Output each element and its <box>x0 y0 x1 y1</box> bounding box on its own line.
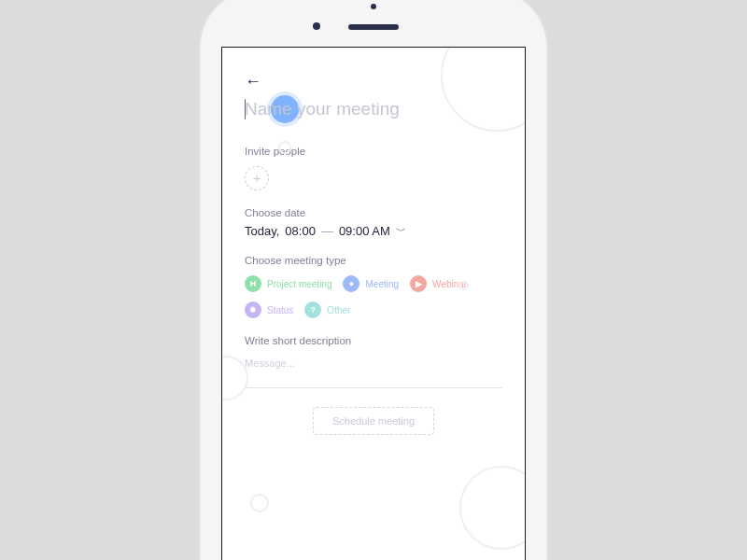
chip-icon: H <box>245 275 261 292</box>
chip-icon: ● <box>343 275 359 292</box>
type-chip-meeting[interactable]: ● Meeting <box>343 275 399 292</box>
date-start: 08:00 <box>285 224 316 238</box>
chip-label: Project meeting <box>267 279 331 289</box>
description-label: Write short description <box>245 335 502 346</box>
date-separator: — <box>321 224 333 238</box>
date-end: 09:00 AM <box>339 224 390 238</box>
type-chip-other[interactable]: ? Other <box>304 301 350 318</box>
sensor-icon <box>313 22 320 30</box>
chevron-down-icon: ﹀ <box>396 224 406 238</box>
chip-label: Status <box>267 305 293 315</box>
add-person-button[interactable]: + <box>245 166 269 190</box>
decoration-circle-icon <box>459 466 526 550</box>
text-caret-icon <box>245 99 246 119</box>
back-arrow-icon[interactable]: ← <box>245 72 261 91</box>
meeting-name-field[interactable] <box>245 97 502 129</box>
date-label: Choose date <box>245 207 502 218</box>
meeting-name-input[interactable] <box>245 97 502 121</box>
type-chip-status[interactable]: ✸ Status <box>245 301 293 318</box>
invite-label: Invite people <box>245 146 502 157</box>
chip-icon: ▶ <box>410 275 427 292</box>
chip-label: Other <box>327 305 350 315</box>
meeting-type-options: H Project meeting ● Meeting ▶ Webinar ✸ … <box>245 275 502 318</box>
type-label: Choose meeting type <box>245 255 502 266</box>
description-input[interactable] <box>245 352 502 388</box>
date-prefix: Today, <box>245 224 279 238</box>
date-picker[interactable]: Today, 08:00 — 09:00 AM ﹀ <box>245 224 502 238</box>
decoration-circle-icon <box>250 494 269 512</box>
plus-icon: + <box>253 171 261 186</box>
chip-label: Meeting <box>365 279 399 289</box>
schedule-meeting-button[interactable]: Schedule meeting <box>313 407 434 435</box>
phone-frame: ← Invite people + Choose date Today, 08:… <box>201 0 546 560</box>
chip-icon: ✸ <box>245 301 261 318</box>
type-chip-project-meeting[interactable]: H Project meeting <box>245 275 331 292</box>
speaker-icon <box>348 24 399 30</box>
app-screen: ← Invite people + Choose date Today, 08:… <box>221 47 526 560</box>
chip-label: Webinar <box>432 279 467 289</box>
chip-icon: ? <box>304 301 321 318</box>
camera-icon <box>371 4 376 9</box>
type-chip-webinar[interactable]: ▶ Webinar <box>410 275 467 292</box>
